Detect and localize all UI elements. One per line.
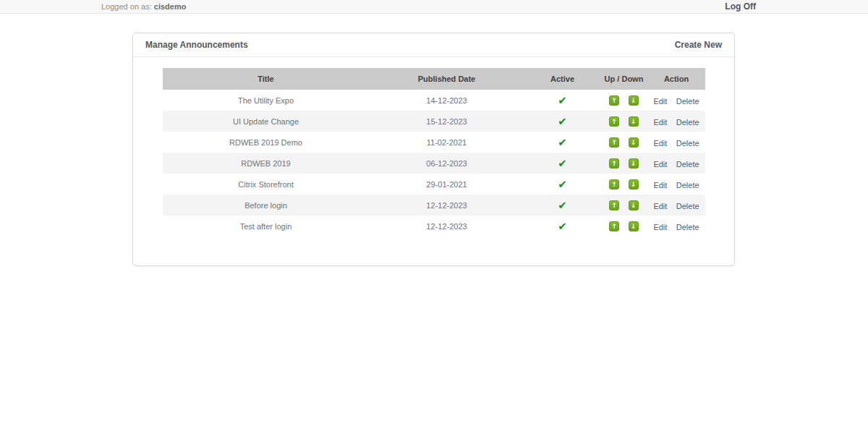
action-cell: Edit Delete	[647, 174, 705, 195]
column-header-active: Active	[524, 68, 600, 90]
table-row: UI Update Change 15-12-2023 ✔ ↑ ↓ Edit D…	[163, 111, 705, 132]
published-date: 11-02-2021	[369, 132, 524, 153]
delete-link[interactable]: Delete	[676, 181, 699, 190]
panel-header: Manage Announcements Create New	[133, 33, 734, 57]
column-header-action: Action	[647, 68, 705, 90]
move-down-button[interactable]: ↓	[629, 179, 639, 190]
published-date: 12-12-2023	[369, 195, 524, 216]
updown-cell: ↑ ↓	[600, 216, 647, 237]
username: cisdemo	[154, 2, 187, 11]
move-up-button[interactable]: ↑	[609, 200, 619, 210]
edit-link[interactable]: Edit	[653, 160, 667, 169]
published-date: 12-12-2023	[369, 216, 524, 237]
move-up-button[interactable]: ↑	[609, 179, 619, 190]
published-date: 14-12-2023	[369, 90, 524, 111]
table-row: Before login 12-12-2023 ✔ ↑ ↓ Edit Delet…	[163, 195, 705, 216]
column-header-title: Title	[163, 68, 369, 90]
delete-link[interactable]: Delete	[676, 223, 699, 231]
active-cell: ✔	[524, 174, 600, 195]
delete-link[interactable]: Delete	[676, 160, 699, 169]
move-down-button[interactable]: ↓	[629, 200, 639, 210]
active-check-icon: ✔	[558, 200, 567, 211]
announcement-title: RDWEB 2019	[163, 153, 369, 174]
active-check-icon: ✔	[558, 116, 567, 127]
move-down-button[interactable]: ↓	[629, 116, 639, 127]
updown-cell: ↑ ↓	[600, 132, 647, 153]
delete-link[interactable]: Delete	[676, 202, 699, 210]
move-up-button[interactable]: ↑	[609, 116, 619, 127]
table-row: RDWEB 2019 Demo 11-02-2021 ✔ ↑ ↓ Edit De…	[163, 132, 705, 153]
action-cell: Edit Delete	[647, 111, 705, 132]
published-date: 29-01-2021	[369, 174, 524, 195]
action-cell: Edit Delete	[647, 216, 705, 237]
edit-link[interactable]: Edit	[653, 223, 667, 231]
announcement-title: Test after login	[163, 216, 369, 237]
action-cell: Edit Delete	[647, 132, 705, 153]
announcements-table: Title Published Date Active Up / Down Ac…	[163, 68, 705, 237]
move-down-button[interactable]: ↓	[629, 95, 639, 106]
edit-link[interactable]: Edit	[653, 181, 667, 190]
move-down-button[interactable]: ↓	[629, 221, 639, 231]
active-cell: ✔	[524, 153, 600, 174]
published-date: 15-12-2023	[369, 111, 524, 132]
active-cell: ✔	[524, 111, 600, 132]
move-down-button[interactable]: ↓	[629, 158, 639, 169]
log-off-link[interactable]: Log Off	[725, 1, 756, 12]
page-title: Manage Announcements	[145, 40, 248, 50]
active-check-icon: ✔	[558, 179, 567, 190]
action-cell: Edit Delete	[647, 153, 705, 174]
edit-link[interactable]: Edit	[653, 118, 667, 127]
table-row: Test after login 12-12-2023 ✔ ↑ ↓ Edit D…	[163, 216, 705, 237]
delete-link[interactable]: Delete	[676, 118, 699, 127]
announcements-tbody: The Utility Expo 14-12-2023 ✔ ↑ ↓ Edit D…	[163, 90, 705, 237]
updown-cell: ↑ ↓	[600, 195, 647, 216]
create-new-button[interactable]: Create New	[675, 40, 722, 50]
table-row: Citrix Storefront 29-01-2021 ✔ ↑ ↓ Edit …	[163, 174, 705, 195]
action-cell: Edit Delete	[647, 195, 705, 216]
active-check-icon: ✔	[558, 158, 567, 169]
updown-cell: ↑ ↓	[600, 90, 647, 111]
move-up-button[interactable]: ↑	[609, 158, 619, 169]
move-up-button[interactable]: ↑	[609, 137, 619, 148]
logged-on-as: Logged on as: cisdemo	[101, 2, 186, 11]
edit-link[interactable]: Edit	[653, 202, 667, 210]
manage-announcements-panel: Manage Announcements Create New Title Pu…	[132, 33, 735, 266]
active-check-icon: ✔	[558, 95, 567, 106]
column-header-up-down: Up / Down	[600, 68, 647, 90]
move-up-button[interactable]: ↑	[609, 95, 619, 106]
announcement-title: RDWEB 2019 Demo	[163, 132, 369, 153]
edit-link[interactable]: Edit	[653, 139, 667, 148]
logged-on-label: Logged on as:	[101, 2, 152, 11]
announcements-table-wrap: Title Published Date Active Up / Down Ac…	[163, 68, 705, 237]
column-header-published-date: Published Date	[369, 68, 524, 90]
delete-link[interactable]: Delete	[676, 97, 699, 106]
active-cell: ✔	[524, 216, 600, 237]
announcement-title: UI Update Change	[163, 111, 369, 132]
active-check-icon: ✔	[558, 137, 567, 148]
published-date: 06-12-2023	[369, 153, 524, 174]
active-cell: ✔	[524, 195, 600, 216]
table-header-row: Title Published Date Active Up / Down Ac…	[163, 68, 705, 90]
updown-cell: ↑ ↓	[600, 174, 647, 195]
table-row: The Utility Expo 14-12-2023 ✔ ↑ ↓ Edit D…	[163, 90, 705, 111]
updown-cell: ↑ ↓	[600, 111, 647, 132]
active-cell: ✔	[524, 132, 600, 153]
delete-link[interactable]: Delete	[676, 139, 699, 148]
move-up-button[interactable]: ↑	[609, 221, 619, 231]
active-cell: ✔	[524, 90, 600, 111]
edit-link[interactable]: Edit	[653, 97, 667, 106]
table-row: RDWEB 2019 06-12-2023 ✔ ↑ ↓ Edit Delete	[163, 153, 705, 174]
announcement-title: The Utility Expo	[163, 90, 369, 111]
announcement-title: Before login	[163, 195, 369, 216]
topbar: Logged on as: cisdemo Log Off	[0, 0, 868, 14]
updown-cell: ↑ ↓	[600, 153, 647, 174]
action-cell: Edit Delete	[647, 90, 705, 111]
move-down-button[interactable]: ↓	[629, 137, 639, 148]
active-check-icon: ✔	[558, 221, 567, 232]
announcement-title: Citrix Storefront	[163, 174, 369, 195]
